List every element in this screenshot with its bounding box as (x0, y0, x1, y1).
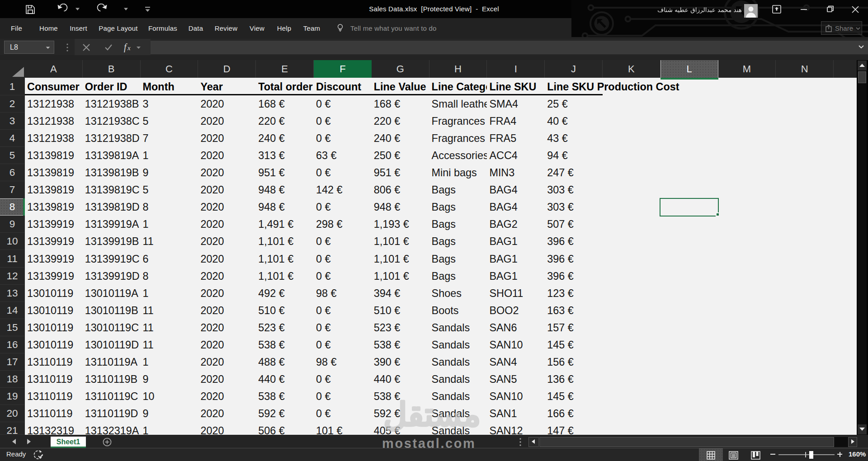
svg-text:f: f (124, 42, 127, 52)
svg-text:x: x (127, 44, 131, 52)
